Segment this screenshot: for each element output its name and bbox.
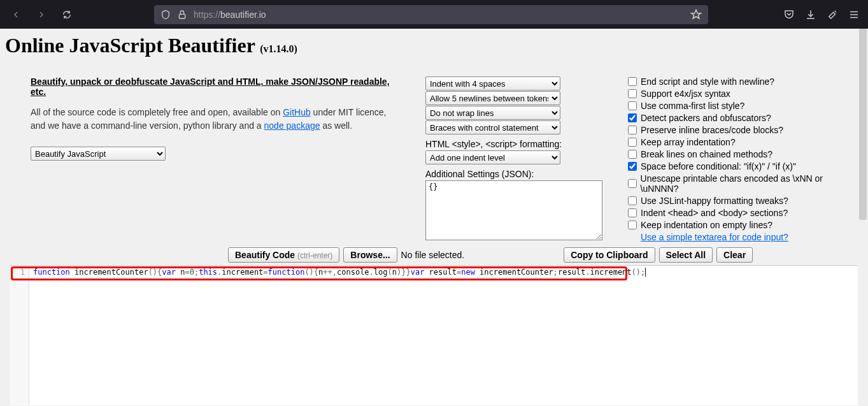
option-9[interactable]: Use JSLint-happy formatting tweaks? [628, 196, 857, 206]
option-label: Indent <head> and <body> sections? [641, 208, 788, 218]
option-label: End script and style with newline? [641, 76, 774, 87]
option-label: Preserve inline braces/code blocks? [641, 125, 783, 135]
back-button[interactable] [8, 6, 24, 23]
option-10[interactable]: Indent <head> and <body> sections? [628, 208, 857, 218]
option-0[interactable]: End script and style with newline? [628, 76, 857, 87]
option-2[interactable]: Use comma-first list style? [628, 101, 857, 111]
option-checkbox-4[interactable] [628, 126, 637, 134]
page-content: Online JavaScript Beautifier (v1.14.0) B… [0, 29, 868, 406]
browse-button[interactable]: Browse... [343, 247, 397, 263]
option-1[interactable]: Support e4x/jsx syntax [628, 89, 857, 99]
option-3[interactable]: Detect packers and obfuscators? [628, 113, 857, 123]
description: All of the source code is completely fre… [31, 106, 400, 133]
code-editor[interactable]: 1 function incrementCounter(){var n=0;th… [10, 265, 858, 405]
beautify-mode-select[interactable]: Beautify JavaScript [31, 147, 166, 161]
option-5[interactable]: Keep array indentation? [628, 137, 857, 147]
option-label: Keep array indentation? [641, 137, 736, 147]
clear-button[interactable]: Clear [716, 247, 753, 263]
page-title: Online JavaScript Beautifier (v1.14.0) [5, 34, 863, 57]
additional-settings-label: Additional Settings (JSON): [425, 169, 602, 179]
option-label: Detect packers and obfuscators? [641, 113, 771, 123]
option-checkbox-0[interactable] [628, 77, 637, 86]
additional-settings-input[interactable] [425, 180, 602, 240]
action-row: Beautify Code (ctrl-enter) Browse... No … [228, 247, 863, 263]
shield-icon [160, 10, 171, 20]
beautify-button[interactable]: Beautify Code (ctrl-enter) [228, 247, 339, 263]
option-label: Use comma-first list style? [641, 101, 744, 111]
wrap-select[interactable]: Do not wrap lines [425, 106, 560, 120]
option-checkbox-9[interactable] [628, 196, 637, 205]
indent-select[interactable]: Indent with 4 spaces [425, 76, 560, 91]
use-textarea-link[interactable]: Use a simple textarea for code input? [641, 232, 788, 242]
github-link[interactable]: GitHub [283, 107, 311, 117]
option-label: Break lines on chained methods? [641, 149, 772, 159]
url-text: https://beautifier.io [194, 10, 684, 20]
option-checkbox-6[interactable] [628, 150, 637, 159]
middle-column: Indent with 4 spaces Allow 5 newlines be… [425, 76, 602, 242]
menu-icon[interactable] [848, 8, 860, 21]
downloads-icon[interactable] [804, 8, 817, 21]
select-all-button[interactable]: Select All [659, 247, 713, 263]
html-format-label: HTML <style>, <script> formatting: [425, 139, 602, 149]
lock-icon [177, 10, 187, 20]
option-checkbox-3[interactable] [628, 113, 637, 122]
gutter: 1 [10, 266, 29, 405]
forward-button[interactable] [33, 6, 50, 23]
option-11[interactable]: Keep indentation on empty lines? [628, 220, 857, 230]
option-label: Unescape printable chars encoded as \xNN… [641, 173, 857, 194]
devtools-icon[interactable] [826, 8, 839, 21]
reload-button[interactable] [59, 6, 75, 23]
subtitle: Beautify, unpack or deobfuscate JavaScri… [31, 76, 400, 97]
option-label: Support e4x/jsx syntax [641, 89, 730, 99]
node-package-link[interactable]: node package [264, 120, 320, 131]
option-7[interactable]: Space before conditional: "if(x)" / "if … [628, 161, 857, 171]
pocket-icon[interactable] [783, 8, 795, 21]
file-status: No file selected. [401, 250, 465, 260]
option-checkbox-11[interactable] [628, 221, 637, 229]
newlines-select[interactable]: Allow 5 newlines between tokens [425, 91, 560, 105]
option-label: Use JSLint-happy formatting tweaks? [641, 196, 788, 206]
html-format-select[interactable]: Add one indent level [425, 150, 560, 164]
option-4[interactable]: Preserve inline braces/code blocks? [628, 125, 857, 135]
option-checkbox-1[interactable] [628, 89, 637, 98]
browser-right-icons [783, 8, 860, 21]
option-checkbox-5[interactable] [628, 138, 637, 147]
option-8[interactable]: Unescape printable chars encoded as \xNN… [628, 173, 857, 194]
option-label: Space before conditional: "if(x)" / "if … [641, 161, 796, 171]
bookmark-star-icon[interactable] [690, 9, 702, 20]
option-checkbox-10[interactable] [628, 208, 637, 217]
scrollbar-thumb[interactable] [859, 29, 867, 220]
option-6[interactable]: Break lines on chained methods? [628, 149, 857, 159]
svg-rect-0 [179, 14, 185, 18]
option-checkbox-7[interactable] [628, 162, 637, 171]
copy-button[interactable]: Copy to Clipboard [564, 247, 655, 263]
url-bar[interactable]: https://beautifier.io [154, 5, 708, 24]
code-line[interactable]: function incrementCounter(){var n=0;this… [33, 268, 646, 277]
left-column: Beautify, unpack or deobfuscate JavaScri… [5, 76, 400, 242]
right-column: End script and style with newline?Suppor… [628, 76, 857, 242]
browser-toolbar: https://beautifier.io [0, 0, 868, 29]
option-checkbox-2[interactable] [628, 101, 637, 110]
braces-select[interactable]: Braces with control statement [425, 120, 560, 134]
option-label: Keep indentation on empty lines? [641, 220, 772, 230]
option-checkbox-8[interactable] [628, 179, 637, 188]
